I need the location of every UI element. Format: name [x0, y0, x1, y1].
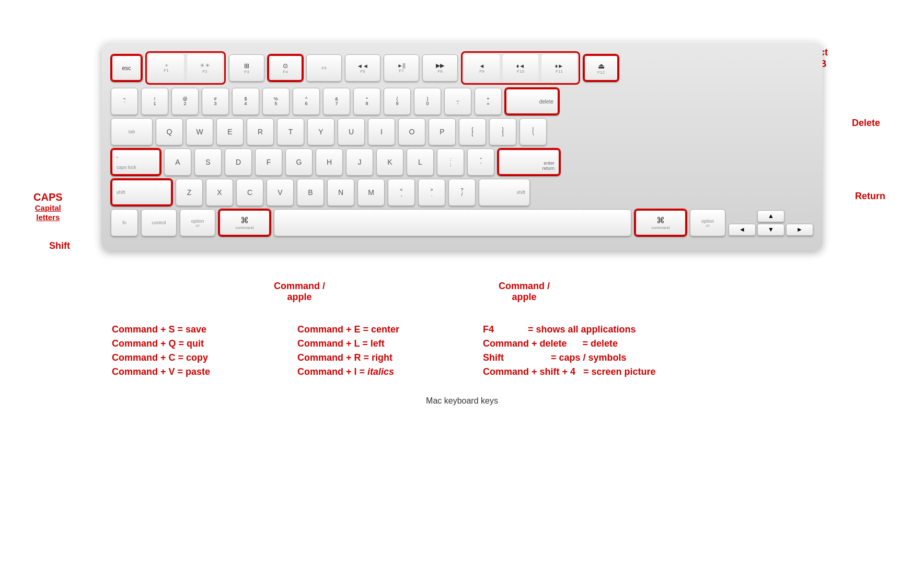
key-delete[interactable]: delete	[505, 88, 559, 115]
key-shift-left[interactable]: shift	[111, 179, 172, 206]
key-j[interactable]: J	[346, 148, 373, 176]
key-p[interactable]: P	[429, 118, 456, 145]
key-5[interactable]: % 5	[262, 88, 290, 115]
key-f11[interactable]: ♦► F11	[541, 54, 577, 82]
key-command-left[interactable]: ⌘ command	[218, 209, 271, 236]
shortcuts-col-3: F4 = shows all applications Command + de…	[483, 324, 812, 381]
key-option-right[interactable]: option alt	[690, 209, 725, 236]
key-v[interactable]: V	[267, 179, 294, 206]
key-control[interactable]: control	[141, 209, 177, 236]
key-y[interactable]: Y	[307, 118, 334, 145]
brightness-group: ☀ F1 ☀☀ F2	[145, 51, 226, 85]
key-z[interactable]: Z	[176, 179, 203, 206]
shortcut-copy: Command + C = copy	[112, 352, 276, 363]
key-r[interactable]: R	[247, 118, 274, 145]
key-arrow-left[interactable]: ◄	[729, 224, 756, 236]
key-arrow-down[interactable]: ▼	[757, 224, 784, 236]
key-u[interactable]: U	[338, 118, 365, 145]
shortcut-f4: F4 = shows all applications	[483, 324, 812, 335]
key-f7[interactable]: ►|| F7	[384, 54, 419, 82]
qwerty-row: tab Q W E R T Y U I O P { [ } ]	[111, 118, 813, 145]
key-d[interactable]: D	[225, 148, 252, 176]
command-right-annotation: Command / apple	[499, 281, 550, 303]
key-arrow-right[interactable]: ►	[786, 224, 813, 236]
key-backtick[interactable]: ~ `	[111, 88, 138, 115]
key-8[interactable]: * 8	[353, 88, 380, 115]
key-fn[interactable]: fn	[111, 209, 138, 236]
key-1[interactable]: ! 1	[141, 88, 168, 115]
shortcut-quit: Command + Q = quit	[112, 338, 276, 349]
key-s[interactable]: S	[194, 148, 222, 176]
key-f6[interactable]: ◄◄ F6	[345, 54, 380, 82]
key-e[interactable]: E	[216, 118, 244, 145]
shortcut-right: Command + R = right	[297, 352, 462, 363]
key-7[interactable]: & 7	[323, 88, 350, 115]
shortcut-save: Command + S = save	[112, 324, 276, 335]
key-equals[interactable]: + =	[475, 88, 502, 115]
shortcut-shift: Shift = caps / symbols	[483, 352, 812, 363]
key-k[interactable]: K	[376, 148, 403, 176]
key-arrow-up[interactable]: ▲	[757, 210, 784, 222]
key-f8[interactable]: ▶▶ F8	[422, 54, 458, 82]
key-c[interactable]: C	[236, 179, 263, 206]
key-b[interactable]: B	[297, 179, 324, 206]
shortcut-paste: Command + V = paste	[112, 366, 276, 377]
key-2[interactable]: @ 2	[171, 88, 199, 115]
key-f3[interactable]: ⊞ F3	[229, 54, 264, 82]
key-m[interactable]: M	[357, 179, 385, 206]
shortcuts-section: Command + S = save Command + Q = quit Co…	[101, 324, 823, 381]
key-slash[interactable]: ? /	[448, 179, 476, 206]
key-o[interactable]: O	[398, 118, 425, 145]
key-minus[interactable]: _ -	[444, 88, 471, 115]
shift-annotation: Shift	[49, 240, 70, 252]
key-q[interactable]: Q	[156, 118, 183, 145]
key-g[interactable]: G	[285, 148, 313, 176]
key-f2[interactable]: ☀☀ F2	[187, 54, 223, 82]
key-4[interactable]: $ 4	[232, 88, 259, 115]
shortcut-screenshot: Command + shift + 4 = screen picture	[483, 366, 812, 377]
key-bracket-close[interactable]: } ]	[489, 118, 516, 145]
key-0[interactable]: ) 0	[414, 88, 441, 115]
key-f5[interactable]: F5	[306, 54, 342, 82]
key-tab[interactable]: tab	[111, 118, 153, 145]
shortcut-center: Command + E = center	[297, 324, 462, 335]
key-bracket-open[interactable]: { [	[459, 118, 486, 145]
key-return[interactable]: enter return	[498, 148, 560, 176]
key-backslash[interactable]: | \	[519, 118, 547, 145]
arrow-lr-container: ◄ ▼ ►	[729, 224, 813, 236]
key-semicolon[interactable]: : ;	[437, 148, 464, 176]
key-period[interactable]: > .	[418, 179, 445, 206]
key-t[interactable]: T	[277, 118, 304, 145]
key-option-left[interactable]: option alt	[180, 209, 215, 236]
function-row: esc ☀ F1 ☀☀ F2 ⊞ F3	[111, 51, 813, 85]
key-i[interactable]: I	[368, 118, 395, 145]
shortcuts-col-2: Command + E = center Command + L = left …	[297, 324, 462, 381]
shortcut-left: Command + L = left	[297, 338, 462, 349]
key-quote[interactable]: " '	[467, 148, 494, 176]
key-6[interactable]: ^ 6	[293, 88, 320, 115]
key-f4[interactable]: ⊙ F4	[268, 54, 303, 82]
key-f10[interactable]: ♦◄ F10	[503, 54, 538, 82]
delete-annotation: Delete	[852, 118, 880, 129]
key-esc[interactable]: esc	[111, 54, 142, 82]
key-space[interactable]	[274, 209, 631, 236]
key-comma[interactable]: < ,	[388, 179, 415, 206]
key-9[interactable]: ( 9	[384, 88, 411, 115]
key-w[interactable]: W	[186, 118, 213, 145]
return-annotation: Return	[855, 191, 885, 202]
key-f9[interactable]: ◄ F9	[464, 54, 500, 82]
key-l[interactable]: L	[407, 148, 434, 176]
key-f1[interactable]: ☀ F1	[148, 54, 184, 82]
key-n[interactable]: N	[327, 179, 354, 206]
volume-group: ◄ F9 ♦◄ F10 ♦► F11	[461, 51, 580, 85]
key-3[interactable]: # 3	[202, 88, 229, 115]
key-f[interactable]: F	[255, 148, 282, 176]
arrow-up-container: ▲	[729, 210, 813, 222]
key-shift-right[interactable]: shift	[479, 179, 530, 206]
key-h[interactable]: H	[316, 148, 343, 176]
key-command-right[interactable]: ⌘ command	[634, 209, 687, 236]
key-a[interactable]: A	[164, 148, 191, 176]
key-x[interactable]: X	[206, 179, 233, 206]
key-caps-lock[interactable]: • caps lock	[111, 148, 161, 176]
key-f12-eject[interactable]: ⏏ F12	[583, 54, 619, 82]
